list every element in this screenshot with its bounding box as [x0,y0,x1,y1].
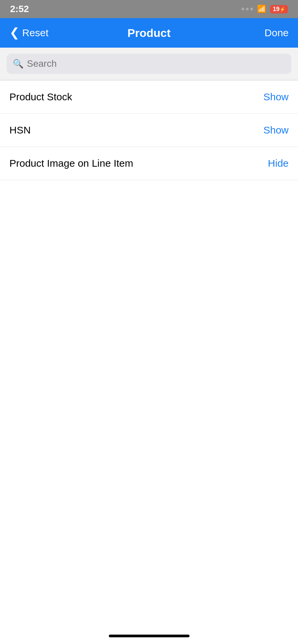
settings-row-product-image: Product Image on Line Item Hide [0,147,298,180]
home-indicator [109,635,189,637]
hsn-label: HSN [9,124,31,136]
product-image-label: Product Image on Line Item [9,158,133,169]
wifi-icon: 📶 [257,5,266,13]
product-image-hide-button[interactable]: Hide [268,158,289,169]
nav-bar: ❮ Reset Product Done [0,18,298,48]
product-stock-show-button[interactable]: Show [263,91,289,103]
search-container: 🔍 [0,48,298,80]
chevron-left-icon: ❮ [9,26,19,39]
reset-button-label: Reset [22,27,48,39]
done-button[interactable]: Done [264,27,289,39]
signal-icon [242,8,253,10]
battery-icon: 19 [270,5,288,13]
back-button[interactable]: ❮ Reset [9,27,48,39]
status-icons: 📶 19 [242,5,288,13]
search-input[interactable] [27,58,285,69]
status-time: 2:52 [10,4,29,14]
page-title: Product [127,26,170,40]
search-icon: 🔍 [13,59,24,69]
search-input-wrapper: 🔍 [7,54,291,74]
settings-row-product-stock: Product Stock Show [0,80,298,114]
hsn-show-button[interactable]: Show [263,124,289,136]
settings-list: Product Stock Show HSN Show Product Imag… [0,80,298,180]
status-bar: 2:52 📶 19 [0,0,298,18]
settings-row-hsn: HSN Show [0,114,298,147]
product-stock-label: Product Stock [9,91,72,103]
